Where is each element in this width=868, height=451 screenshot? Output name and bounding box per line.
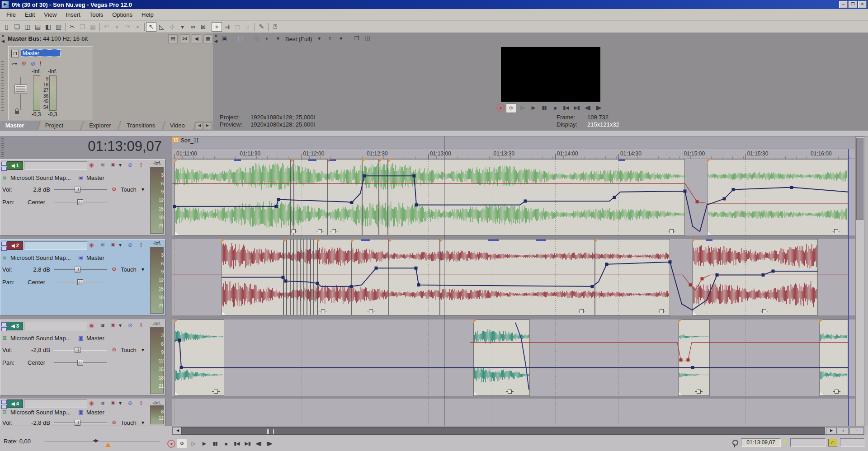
menu-view[interactable]: View <box>39 10 61 19</box>
selection-length-field[interactable] <box>790 438 826 447</box>
copy-icon[interactable]: ❐ <box>77 22 88 32</box>
pause-button[interactable]: ▮▮ <box>210 439 220 448</box>
previous-frame-button[interactable]: ◀▮ <box>254 439 263 448</box>
track-minimize-restore[interactable] <box>1 322 6 332</box>
solo-icon[interactable]: ⊘ <box>128 400 132 406</box>
tab-project-media[interactable]: Project Media <box>38 121 83 130</box>
previous-frame-button[interactable]: ◀▮ <box>583 103 592 112</box>
automatic-crossfades-icon[interactable]: ∞ <box>188 22 198 32</box>
pan-slider-handle[interactable] <box>77 279 83 285</box>
overlays-icon[interactable]: ⌗ <box>326 35 335 43</box>
marker-label[interactable]: Son_11 <box>181 137 199 144</box>
loop-playback-button[interactable]: ⟳ <box>506 103 516 113</box>
vol-slider[interactable] <box>54 187 107 193</box>
edit-cursor[interactable] <box>444 136 444 426</box>
master-fader-handle[interactable] <box>14 85 27 94</box>
automation-mode[interactable]: Touch <box>121 419 137 426</box>
horizontal-scrollbar-thumb[interactable] <box>181 427 825 435</box>
video-output-device-icon[interactable]: ▢ <box>236 35 245 43</box>
time-ruler[interactable]: 01:11:0001:11:3001:12:0001:12:3001:13:00… <box>172 149 855 159</box>
magnify-tool-icon[interactable]: ⌕ <box>243 22 253 32</box>
stop-button[interactable]: ■ <box>221 439 231 448</box>
minimize-track-icon[interactable] <box>1 162 7 166</box>
auto-ripple-icon[interactable]: ⇉ <box>222 22 232 32</box>
pan-slider[interactable] <box>54 279 107 285</box>
dock-window-icon[interactable]: ▣ <box>220 35 229 43</box>
close-icon[interactable]: ✕ <box>1 34 5 38</box>
automation-dropdown-icon[interactable]: ▾ <box>142 266 144 272</box>
track-1-events[interactable] <box>172 159 855 235</box>
record-arm-icon[interactable]: ◉ <box>89 322 94 329</box>
edit-details-icon[interactable]: ▥ <box>53 22 64 32</box>
scroll-right-button[interactable]: ▶ <box>826 427 837 435</box>
import-media-icon[interactable]: ◧ <box>43 22 53 32</box>
go-to-start-button[interactable]: ▮◀ <box>232 439 241 448</box>
vol-slider-handle[interactable] <box>75 267 80 272</box>
mute-icon[interactable]: ✖ <box>111 322 115 329</box>
save-icon[interactable]: ◫ <box>22 22 33 32</box>
track-envelope-icon[interactable]: ≋ <box>100 322 105 329</box>
automation-mode[interactable]: Touch <box>121 347 137 353</box>
open-icon[interactable]: ❏ <box>12 22 22 32</box>
tab-scroll-right-icon[interactable]: ▶ <box>204 122 211 129</box>
bus-assign-icon[interactable]: ▣ <box>78 174 83 181</box>
normal-edit-tool-icon[interactable]: ↖ <box>146 22 156 32</box>
mixer-properties-icon[interactable]: ▦ <box>203 34 213 43</box>
record-arm-icon[interactable]: ◉ <box>89 162 94 168</box>
project-properties-icon[interactable]: ▤ <box>33 22 43 32</box>
lock-envelopes-to-events-icon[interactable]: ⊠ <box>198 22 208 32</box>
zoom-selection-tool-icon[interactable]: ◻ <box>232 22 243 32</box>
tab-transitions[interactable]: Transitions <box>119 121 165 130</box>
device-name[interactable]: Microsoft Sound Map... <box>10 254 71 261</box>
mute-dropdown-icon[interactable]: ▾ <box>119 400 122 406</box>
track-number-chip[interactable]: ◀ 1 <box>7 161 23 170</box>
next-frame-button[interactable]: ▮▶ <box>264 439 274 448</box>
mute-icon[interactable]: ✖ <box>111 162 115 168</box>
minimize-track-icon[interactable] <box>1 322 7 326</box>
vol-value[interactable]: -2,8 dB <box>24 186 50 193</box>
marker-tag[interactable]: 11 <box>172 137 179 144</box>
solo-icon[interactable]: ⊘ <box>128 242 132 248</box>
preview-quality-arrow[interactable]: ▾ <box>274 35 283 43</box>
track-envelope-icon[interactable]: ≋ <box>100 242 105 248</box>
track-header-4[interactable]: ◀ 4◉≋✖▾⊘!≣Microsoft Sound Map...▣MasterV… <box>0 399 165 426</box>
bus-assign-name[interactable]: Master <box>86 174 104 181</box>
solo-icon[interactable]: ⊘ <box>128 322 132 329</box>
record-arm-icon[interactable]: ◉ <box>89 400 94 406</box>
next-frame-button[interactable]: ▮▶ <box>594 103 603 112</box>
vol-value[interactable]: -2,8 dB <box>24 266 50 273</box>
vol-slider-handle[interactable] <box>75 347 80 353</box>
track-1-canvas[interactable] <box>172 159 855 235</box>
redo-list-icon[interactable]: ▾ <box>132 22 143 32</box>
whats-this-help-icon[interactable]: ⍰ <box>270 22 280 32</box>
track-name-field[interactable] <box>24 241 87 250</box>
track-number-chip[interactable]: ◀ 3 <box>7 322 23 330</box>
split-screen-view-icon[interactable]: ◫ <box>252 35 261 43</box>
track-3-canvas[interactable] <box>172 319 855 396</box>
quality-list-arrow[interactable]: ▾ <box>315 35 324 43</box>
undo-list-icon[interactable]: ▾ <box>112 22 122 32</box>
bus-list-view-icon[interactable]: ▤ <box>168 34 178 43</box>
track-name-field[interactable] <box>24 161 87 170</box>
zoom-in-button[interactable]: + <box>838 427 849 435</box>
track-minimize-restore[interactable] <box>1 400 6 410</box>
track-header-3[interactable]: ◀ 3◉≋✖▾⊘!≣Microsoft Sound Map...▣MasterV… <box>0 319 165 396</box>
track-envelope-icon[interactable]: ≋ <box>100 400 105 406</box>
dock-splitter[interactable] <box>0 130 868 136</box>
bus-assign-icon[interactable]: ▣ <box>78 409 83 415</box>
tab-explorer[interactable]: Explorer <box>81 121 121 130</box>
mute-dropdown-icon[interactable]: ▾ <box>119 322 122 329</box>
bus-assign-name[interactable]: Master <box>86 335 104 342</box>
horizontal-scrollbar[interactable]: ◀ ▶ + − <box>172 426 864 435</box>
interactive-tutorials-icon[interactable]: ✎ <box>256 22 267 32</box>
mute-icon[interactable]: ⊘ <box>31 60 36 67</box>
overlays-arrow[interactable]: ▾ <box>336 35 345 43</box>
cursor-time-field[interactable]: 01:13:09,07 <box>741 438 781 447</box>
loop-playback-button[interactable]: ⟳ <box>177 439 187 448</box>
play-button[interactable]: ▶ <box>528 103 538 112</box>
go-to-end-button[interactable]: ▶▮ <box>572 103 581 112</box>
menu-help[interactable]: Help <box>137 10 158 19</box>
bus-assign-icon[interactable]: ▣ <box>78 335 83 341</box>
tab-master-bus[interactable]: Master Bus <box>0 121 40 130</box>
panel-grip[interactable] <box>1 61 4 111</box>
